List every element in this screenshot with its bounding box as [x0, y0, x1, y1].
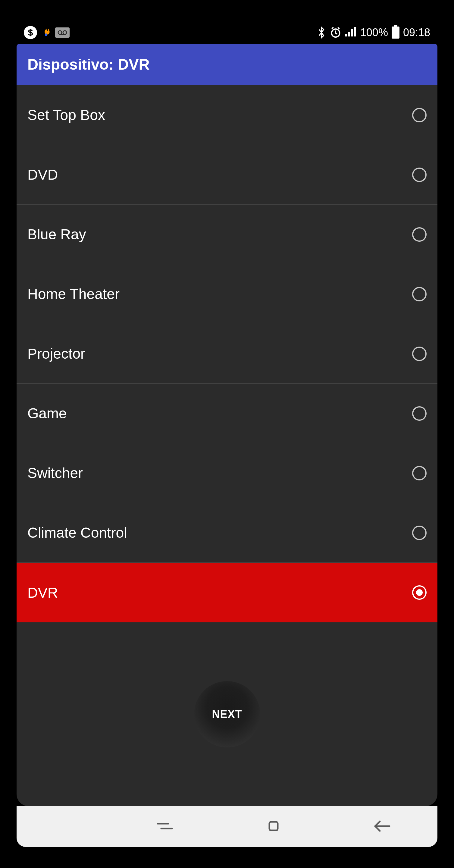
nav-home-icon[interactable]: [266, 819, 281, 835]
radio-icon: [412, 227, 427, 242]
device-option-label: Game: [27, 405, 67, 422]
next-button-area: NEXT: [17, 622, 437, 806]
radio-icon: [412, 287, 427, 301]
device-option-label: Home Theater: [27, 286, 120, 302]
clock-text: 09:18: [403, 26, 430, 39]
voicemail-icon: [55, 27, 70, 38]
next-button[interactable]: NEXT: [194, 681, 260, 747]
device-option[interactable]: Switcher: [17, 443, 437, 503]
radio-icon: [412, 406, 427, 421]
nav-recents-icon[interactable]: [156, 820, 173, 833]
battery-percent: 100%: [360, 26, 388, 39]
device-option-label: Climate Control: [27, 524, 127, 541]
screen: $ 100% 09:18: [17, 21, 437, 847]
svg-rect-9: [269, 822, 278, 830]
device-option[interactable]: Projector: [17, 324, 437, 384]
device-option-label: Blue Ray: [27, 226, 86, 243]
battery-icon: [392, 27, 399, 38]
device-frame: $ 100% 09:18: [0, 0, 454, 868]
bluetooth-icon: [317, 27, 326, 38]
navigation-bar: [17, 806, 437, 847]
svg-rect-7: [351, 29, 353, 36]
device-option[interactable]: Game: [17, 384, 437, 443]
flame-icon: [40, 27, 52, 38]
status-left: $: [24, 26, 70, 39]
device-option-label: DVR: [27, 584, 58, 601]
device-option[interactable]: Blue Ray: [17, 205, 437, 264]
page-title: Dispositivo: DVR: [27, 56, 150, 73]
nav-back-icon[interactable]: [374, 819, 391, 834]
radio-icon: [412, 108, 427, 122]
device-option-list: Set Top BoxDVDBlue RayHome TheaterProjec…: [17, 85, 437, 622]
device-option[interactable]: Climate Control: [17, 503, 437, 563]
device-option[interactable]: DVD: [17, 145, 437, 205]
dollar-icon: $: [24, 26, 37, 39]
svg-rect-5: [345, 34, 347, 36]
radio-icon: [412, 466, 427, 480]
device-option-label: Projector: [27, 345, 85, 362]
radio-icon: [412, 585, 427, 600]
status-bar: $ 100% 09:18: [17, 21, 437, 44]
radio-icon: [412, 526, 427, 540]
app-header: Dispositivo: DVR: [17, 44, 437, 85]
svg-rect-8: [354, 27, 356, 36]
device-option[interactable]: Set Top Box: [17, 85, 437, 145]
device-option-label: Set Top Box: [27, 107, 105, 123]
device-option-label: Switcher: [27, 465, 83, 481]
radio-icon: [412, 347, 427, 361]
device-option[interactable]: DVR: [17, 563, 437, 622]
alarm-icon: [330, 27, 342, 38]
content-area: Set Top BoxDVDBlue RayHome TheaterProjec…: [17, 85, 437, 806]
next-button-label: NEXT: [212, 708, 242, 720]
svg-rect-6: [348, 32, 350, 36]
radio-icon: [412, 167, 427, 182]
status-right: 100% 09:18: [317, 26, 430, 39]
device-option-label: DVD: [27, 166, 58, 183]
device-option[interactable]: Home Theater: [17, 264, 437, 324]
signal-icon: [345, 26, 357, 39]
